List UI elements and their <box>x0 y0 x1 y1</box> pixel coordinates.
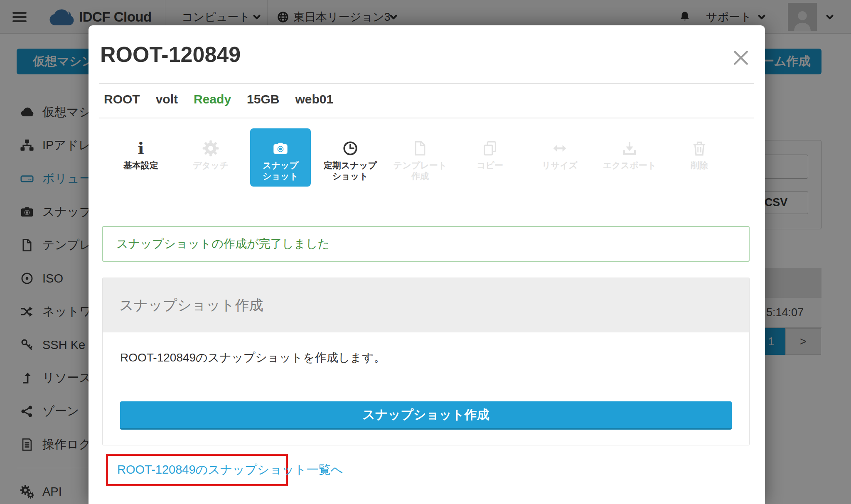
toolbar-item-scheduled-snapshot[interactable]: 定期スナップ ショット <box>320 128 381 187</box>
info-icon: i <box>138 139 144 157</box>
toolbar-item-create-template: テンプレート 作成 <box>390 128 450 187</box>
snapshot-create-panel: スナップショット作成 ROOT-120849のスナップショットを作成します。 ス… <box>102 278 750 445</box>
clock-icon <box>342 139 359 157</box>
camera-icon <box>272 139 289 157</box>
panel-body: ROOT-120849のスナップショットを作成します。 スナップショット作成 <box>103 332 749 430</box>
toolbar-item-snapshot[interactable]: スナップ ショット <box>250 128 311 187</box>
toolbar-item-label: テンプレート 作成 <box>394 160 447 182</box>
toolbar-item-copy: コピー <box>460 128 520 187</box>
toolbar-item-label: 定期スナップ ショット <box>324 160 377 182</box>
toolbar-item-resize: リサイズ <box>529 128 590 187</box>
copy-icon <box>482 139 498 157</box>
toolbar-item-label: リサイズ <box>542 160 578 171</box>
volume-meta-item: web01 <box>295 92 333 106</box>
toolbar-item-label: エクスポート <box>603 160 656 171</box>
toolbar-item-label: デタッチ <box>193 160 229 171</box>
file-icon <box>412 139 428 157</box>
panel-header: スナップショット作成 <box>103 278 749 332</box>
volume-meta-item: 15GB <box>247 92 279 106</box>
volume-meta: ROOTvoltReady15GBweb01 <box>104 92 333 106</box>
divider <box>99 83 754 84</box>
snapshot-list-link[interactable]: ROOT-120849のスナップショット一覧へ <box>117 462 343 478</box>
gear-icon <box>202 139 219 157</box>
toolbar-item-label: 基本設定 <box>123 160 158 171</box>
volume-detail-modal: ROOT-120849 ROOTvoltReady15GBweb01 i基本設定… <box>89 25 765 504</box>
volume-meta-item: ROOT <box>104 92 140 106</box>
toolbar-item-basic-settings[interactable]: i基本設定 <box>111 128 171 187</box>
divider <box>99 118 754 118</box>
close-icon[interactable] <box>732 49 750 67</box>
toolbar-item-detach: デタッチ <box>180 128 241 187</box>
modal-title: ROOT-120849 <box>100 43 241 66</box>
volume-action-toolbar: i基本設定デタッチスナップ ショット定期スナップ ショットテンプレート 作成コピ… <box>106 128 734 187</box>
snapshot-list-link-highlight: ROOT-120849のスナップショット一覧へ <box>106 454 288 486</box>
toolbar-item-label: 削除 <box>691 160 708 171</box>
resize-icon <box>551 139 568 157</box>
toolbar-item-label: スナップ ショット <box>263 160 298 182</box>
export-icon <box>621 139 638 157</box>
toolbar-item-label: コピー <box>477 160 503 171</box>
trash-icon <box>691 139 708 157</box>
volume-meta-item: volt <box>156 92 178 106</box>
success-alert: スナップショットの作成が完了しました <box>102 226 750 262</box>
success-alert-text: スナップショットの作成が完了しました <box>116 236 330 252</box>
panel-description: ROOT-120849のスナップショットを作成します。 <box>120 350 732 366</box>
toolbar-item-export: エクスポート <box>599 128 660 187</box>
toolbar-item-delete: 削除 <box>669 128 730 187</box>
volume-status: Ready <box>194 92 231 106</box>
create-snapshot-button[interactable]: スナップショット作成 <box>120 401 732 430</box>
